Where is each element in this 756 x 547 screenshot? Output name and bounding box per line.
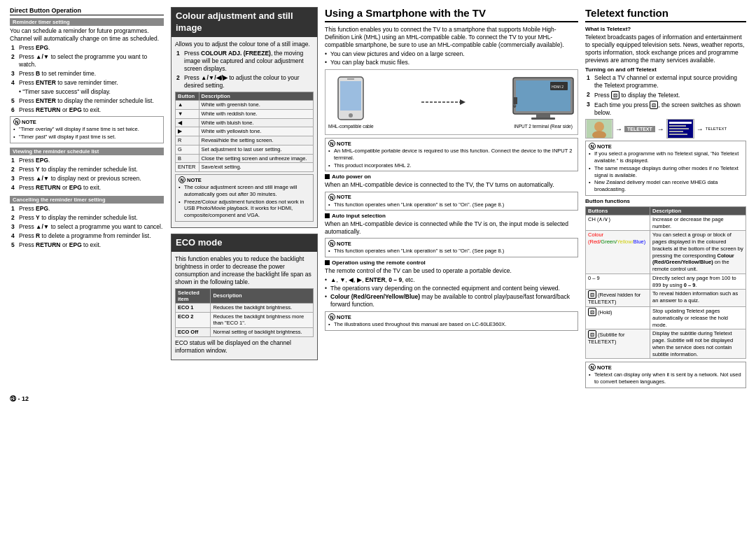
lion-image-svg	[587, 120, 612, 138]
svg-rect-10	[536, 114, 550, 118]
svg-marker-5	[460, 99, 465, 105]
button-symbol: ⊡	[588, 308, 596, 316]
col-header-desc: Description	[211, 288, 314, 303]
col3: Using a Smartphone with the TV This func…	[325, 7, 578, 390]
mhl-diagram: MHL-compatible cable	[325, 69, 578, 135]
note-text: The illustrations used throughout this m…	[334, 321, 506, 328]
svg-point-2	[349, 113, 353, 118]
step-num: 1	[11, 205, 17, 213]
step-text: Press ▲/▼/◀/▶ to adjust the colour to yo…	[184, 74, 314, 90]
table-cell: R	[176, 136, 200, 145]
step-item: 2 Press ▲/▼ to select the programme you …	[11, 53, 164, 69]
note-icon: N	[589, 143, 596, 150]
step-item: 1 Press EPG.	[11, 157, 164, 164]
note-bullet: •	[589, 179, 593, 193]
step-num: 2	[11, 166, 17, 173]
table-row: G Set adjustment to last user setting.	[176, 145, 314, 154]
step-text: Press EPG.	[19, 205, 50, 213]
step-item: 3 Press ▲/▼ to select a programme you wa…	[11, 223, 164, 231]
table-cell: ECO 2	[176, 312, 211, 328]
note-item: • An MHL-compatible portable device is r…	[328, 148, 575, 162]
note-icon: N	[178, 176, 186, 183]
table-row: R Reveal/hide the setting screen.	[176, 136, 314, 145]
table-cell: Save/exit setting.	[199, 163, 313, 172]
table-cell: Reduces the backlight brightness more th…	[211, 312, 314, 328]
col-header-button: Button	[176, 92, 200, 101]
step-num: 2	[587, 91, 592, 99]
step-item: 5 Press ENTER to display the reminder sc…	[11, 97, 164, 105]
note-bullet: •	[13, 134, 18, 141]
step-num: 5	[11, 241, 17, 249]
what-is-teletext-text: Teletext broadcasts pages of information…	[585, 34, 746, 64]
note-title: N NOTE	[589, 364, 743, 371]
table-row: Colour (Red/Green/Yellow/Blue) You can s…	[586, 231, 746, 274]
teletext-section-header: Teletext function	[585, 7, 746, 22]
note-item: • "Timer overlay" will display if same t…	[13, 126, 160, 133]
step-num: 3	[11, 175, 17, 183]
tv-svg: HDMI 2 ⏻	[512, 76, 575, 122]
black-square-icon	[325, 174, 330, 179]
table-cell: G	[176, 145, 200, 154]
black-square-icon	[325, 213, 330, 218]
auto-power-on-header: Auto power on	[325, 173, 578, 180]
viewing-steps: 1 Press EPG. 2 Press Y to display the re…	[10, 157, 164, 192]
viewing-section: Viewing the reminder schedule list 1 Pre…	[10, 148, 164, 192]
button-symbol: ⊡	[588, 330, 596, 339]
note-bullet: •	[178, 199, 183, 219]
step-item: 1 Press COLOUR ADJ. (FREEZE), the moving…	[176, 50, 314, 73]
colour-adj-box: Colour adjustment and still image Allows…	[171, 7, 318, 228]
note-title: N NOTE	[328, 240, 575, 247]
step-text: Press ⊡ to display the Teletext.	[594, 91, 680, 99]
note-icon: N	[328, 240, 335, 247]
bullet-text: You can play back music files.	[330, 59, 410, 66]
auto-power-note: N NOTE • This function operates when "Li…	[325, 192, 578, 211]
eco-mode-intro: This function enables you to reduce the …	[175, 255, 314, 286]
note-bullet: •	[325, 285, 329, 292]
colour-adj-title: Colour adjustment and still image	[172, 8, 317, 37]
teletext-final-note: N NOTE • Teletext can display only when …	[585, 362, 746, 388]
table-cell: B	[176, 154, 200, 163]
note-text: The same message displays during other m…	[594, 165, 743, 179]
table-cell: Colour (Red/Green/Yellow/Blue)	[586, 231, 650, 274]
table-cell: White with greenish tone.	[199, 101, 313, 110]
remote-bullet-text: ▲, ▼, ◀, ▶, ENTER, 0 – 9, etc.	[330, 276, 415, 284]
step-num: 1	[11, 157, 17, 164]
table-row: ENTER Save/exit setting.	[176, 163, 314, 172]
table-row: ▲ White with greenish tone.	[176, 101, 314, 110]
note-bullet: •	[589, 150, 593, 164]
colour-adj-table: Button Description ▲ White with greenish…	[175, 92, 314, 172]
remote-bullet: • ▲, ▼, ◀, ▶, ENTER, 0 – 9, etc.	[325, 276, 578, 284]
step-num: 1	[176, 50, 182, 73]
table-row: ⊡ (Subtitle for TELETEXT) Display the su…	[586, 329, 746, 359]
note-text: The colour adjustment screen and still i…	[184, 184, 310, 198]
step-text: Each time you press ⊡, the screen switch…	[594, 101, 746, 117]
note-bullet: •	[325, 276, 329, 284]
arrow-right-icon: →	[657, 125, 664, 133]
note-item: • The illustrations used throughout this…	[328, 321, 575, 328]
note-icon: N	[328, 194, 335, 201]
note-title: N NOTE	[13, 118, 160, 125]
table-cell: ⊡ (Hold)	[586, 307, 650, 329]
step-text: Press ▲/▼ to select the programme you wa…	[19, 53, 164, 69]
arrow-right-icon: →	[615, 125, 622, 133]
step-text: Press ENTER to display the reminder sche…	[19, 97, 154, 105]
step-item: 4 Press R to delete a programme from rem…	[11, 232, 164, 240]
note-icon: N	[328, 313, 335, 320]
step-num: 3	[11, 70, 17, 78]
remote-bullet: • The operations vary depending on the c…	[325, 285, 578, 292]
note-bullet: •	[325, 50, 329, 58]
colour-adj-note: N NOTE • The colour adjustment screen an…	[175, 174, 314, 222]
note-title: N NOTE	[328, 140, 575, 147]
svg-rect-19	[669, 125, 686, 127]
note-item: • This function operates when "Link oper…	[328, 201, 575, 208]
table-cell: Close the setting screen and unfreeze im…	[199, 154, 313, 163]
step-text: Press R to delete a programme from remin…	[19, 232, 151, 240]
cable-svg	[418, 95, 467, 109]
black-square-icon	[325, 260, 330, 265]
table-cell: ENTER	[176, 163, 200, 172]
table-cell: Normal setting of backlight brightness.	[211, 328, 314, 337]
step-text: Press ▲/▼ to select a programme you want…	[19, 223, 162, 231]
col4: Teletext function What is Teletext? Tele…	[585, 7, 746, 390]
table-cell: Reduces the backlight brightness.	[211, 303, 314, 312]
button-symbol: ⊡	[611, 91, 620, 99]
